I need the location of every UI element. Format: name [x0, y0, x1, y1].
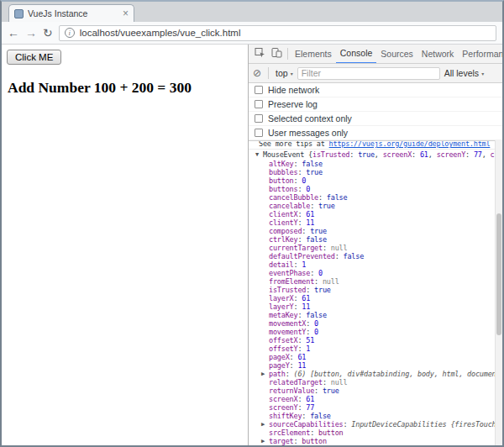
address-bar[interactable]: i localhost/vueexamples/vue_click.html: [59, 25, 496, 41]
scrollbar-thumb[interactable]: [496, 213, 501, 335]
property-value: 11: [297, 361, 306, 370]
reload-icon[interactable]: ↻: [43, 27, 53, 39]
console-property-row: relatedTarget: null: [249, 378, 495, 387]
event-class-name: MouseEvent: [263, 150, 304, 159]
checkbox[interactable]: [255, 86, 263, 94]
expand-arrow-icon[interactable]: ▶: [261, 437, 269, 445]
console-settings: Hide networkPreserve logSelected context…: [249, 83, 502, 140]
console-property-row: cancelable: true: [249, 202, 495, 210]
device-toolbar-icon[interactable]: [270, 46, 283, 61]
result-heading: Add Number 100 + 200 = 300: [8, 79, 243, 97]
event-preview: {isTrusted: true, screenX: 61, screenY: …: [304, 150, 495, 159]
tab-close-icon[interactable]: ×: [123, 8, 129, 18]
clear-console-icon[interactable]: ⊘: [253, 68, 261, 78]
console-property-row: composed: true: [249, 227, 495, 235]
page-info-icon[interactable]: i: [65, 28, 75, 38]
inspect-element-icon[interactable]: [253, 46, 266, 61]
tab-favicon-icon: [14, 9, 24, 18]
property-key: cancelBubble: [269, 193, 318, 202]
console-property-row: currentTarget: null: [249, 244, 495, 252]
property-key: srcElement: [269, 429, 310, 437]
property-value: 77: [306, 403, 314, 412]
console-property-row[interactable]: ▶sourceCapabilities: InputDeviceCapabili…: [249, 420, 495, 429]
property-value: false: [306, 235, 327, 244]
console-property-row: movementX: 0: [249, 319, 495, 328]
property-key: clientY: [269, 218, 297, 227]
property-key: buttons: [269, 185, 297, 193]
console-property-row: ctrlKey: false: [249, 235, 495, 244]
devtools-tab-console[interactable]: Console: [336, 45, 377, 64]
content-area: Click ME Add Number 100 + 200 = 300 Elem…: [2, 45, 502, 445]
devtools-tab-network[interactable]: Network: [417, 45, 459, 64]
context-selector[interactable]: top ▾: [276, 68, 293, 78]
console-property-row: fromElement: null: [249, 277, 495, 286]
console-property-row: pageY: 11: [249, 361, 495, 370]
checkbox[interactable]: [255, 100, 263, 108]
checkbox-label: Hide network: [268, 85, 319, 95]
devtools-tabbar-tabs: ElementsConsoleSourcesNetworkPerformance…: [291, 45, 502, 64]
tab-title: VueJs Instance: [28, 8, 118, 18]
console-property-row: metaKey: false: [249, 311, 495, 319]
property-value: 61: [420, 150, 428, 159]
property-key: clientX: [269, 210, 297, 218]
checkbox-label: Preserve log: [268, 99, 318, 109]
console-property-row[interactable]: ▶path: (6) [button, div#databinding, bod…: [249, 370, 495, 378]
collapse-arrow-icon[interactable]: ▼: [255, 150, 263, 160]
property-value: false: [306, 311, 327, 319]
property-value: 77: [474, 150, 482, 159]
chevron-down-icon: ▾: [291, 71, 293, 76]
property-value: true: [314, 286, 331, 294]
checkbox-row[interactable]: User messages only: [249, 126, 502, 140]
devtools-tab-performance[interactable]: Performance: [458, 45, 502, 64]
checkbox-row[interactable]: Preserve log: [249, 97, 502, 112]
console-message-event[interactable]: ▼MouseEvent {isTrusted: true, screenX: 6…: [249, 150, 495, 160]
devtools-tabbar: ElementsConsoleSourcesNetworkPerformance…: [249, 45, 502, 64]
console-property-row: cancelBubble: false: [249, 193, 495, 202]
property-key: path: [269, 370, 286, 378]
scrollbar[interactable]: [495, 140, 502, 445]
property-value: 61: [306, 210, 314, 218]
back-icon[interactable]: ←: [8, 27, 19, 39]
property-key: altKey: [269, 160, 294, 168]
console-message-tip: See more tips at https://vuejs.org/guide…: [249, 140, 495, 150]
property-value: 0: [306, 185, 310, 193]
property-key: pageX: [269, 353, 290, 361]
expand-arrow-icon[interactable]: ▶: [261, 370, 269, 378]
property-value: 11: [302, 302, 310, 311]
browser-tab[interactable]: VueJs Instance ×: [8, 4, 134, 22]
property-value: 51: [306, 336, 314, 344]
checkbox-row[interactable]: Hide network: [249, 83, 502, 97]
devtools-tab-elements[interactable]: Elements: [291, 45, 336, 64]
filter-input[interactable]: [297, 67, 440, 80]
property-value: false: [310, 412, 331, 420]
property-value: true: [358, 150, 375, 159]
tip-link[interactable]: https://vuejs.org/guide/deployment.html: [329, 140, 491, 148]
property-value: 61: [302, 294, 310, 302]
property-value: InputDeviceCapabilities {firesTouchEvent…: [351, 420, 495, 429]
console-property-row[interactable]: ▶target: button: [249, 437, 495, 445]
checkbox-row[interactable]: Selected context only: [249, 112, 502, 126]
property-key: bubbles: [269, 168, 297, 176]
console-property-row: layerY: 11: [249, 302, 495, 311]
console-property-row: clientY: 11: [249, 218, 495, 227]
console-property-row: returnValue: true: [249, 387, 495, 395]
forward-icon[interactable]: →: [25, 27, 37, 39]
url-text: localhost/vueexamples/vue_click.html: [80, 28, 241, 38]
property-key: shiftKey: [269, 412, 302, 420]
property-key: screenX: [269, 395, 297, 403]
property-key: pageY: [269, 361, 290, 370]
property-key: movementY: [269, 328, 306, 336]
chevron-down-icon: ▾: [481, 71, 484, 76]
checkbox[interactable]: [255, 114, 263, 123]
expand-arrow-icon[interactable]: ▶: [261, 420, 269, 429]
web-page: Click ME Add Number 100 + 200 = 300: [2, 45, 248, 445]
devtools-tab-sources[interactable]: Sources: [376, 45, 417, 64]
property-key: screenY: [269, 403, 297, 412]
toolbar-divider: [268, 67, 269, 79]
browser-window: VueJs Instance × ← → ↻ i localhost/vueex…: [0, 0, 504, 447]
checkbox[interactable]: [255, 129, 263, 137]
click-me-button[interactable]: Click ME: [7, 50, 61, 65]
log-level-dropdown[interactable]: All levels ▾: [444, 68, 484, 78]
property-key: target: [269, 437, 294, 445]
console-toolbar: ⊘ top ▾ All levels ▾: [249, 64, 502, 83]
